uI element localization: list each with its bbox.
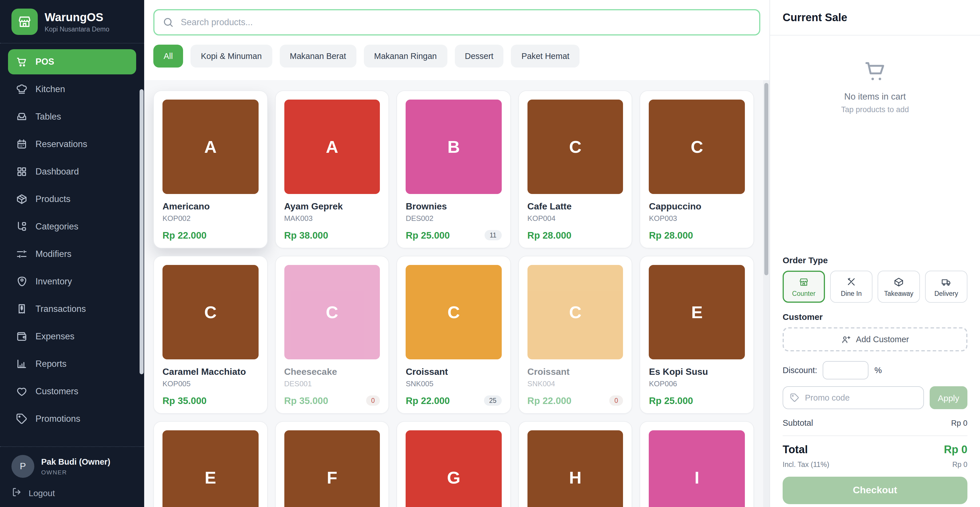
order-type-dine-in[interactable]: Dine In (830, 271, 872, 303)
sidebar-nav: POS Kitchen Tables Reservations Dashboar… (0, 43, 144, 446)
product-card[interactable]: B Brownies DES002 Rp 25.00011 (396, 91, 511, 248)
search-icon (162, 17, 174, 28)
sidebar-item-expenses[interactable]: Expenses (8, 324, 136, 349)
sidebar-item-reservations[interactable]: Reservations (8, 132, 136, 157)
package-icon (894, 277, 904, 287)
product-tile: E (649, 265, 745, 359)
stock-badge: 0 (609, 395, 623, 406)
product-card[interactable]: C Cafe Latte KOP004 Rp 28.000 (518, 91, 632, 248)
product-card[interactable]: C Caramel Macchiato KOP005 Rp 35.000 (153, 256, 267, 414)
category-chip-dessert[interactable]: Dessert (455, 45, 504, 67)
product-card[interactable]: C Cappuccino KOP003 Rp 28.000 (640, 91, 754, 248)
promo-code-input[interactable] (804, 392, 916, 403)
sidebar-scrollbar[interactable] (140, 89, 143, 374)
sidebar-item-promotions[interactable]: Promotions (8, 406, 136, 432)
utensils-icon (846, 277, 856, 287)
search-input[interactable] (180, 17, 751, 28)
product-card[interactable]: E (153, 421, 267, 507)
product-card-out-of-stock[interactable]: C Cheesecake DES001 Rp 35.0000 (275, 256, 389, 414)
sidebar-item-products[interactable]: Products (8, 187, 136, 212)
product-card-out-of-stock[interactable]: C Croissant SNK004 Rp 22.0000 (518, 256, 632, 414)
order-type-label: Order Type (783, 255, 967, 265)
empty-cart: No items in cart Tap products to add (770, 35, 980, 114)
product-card[interactable]: I (640, 421, 754, 507)
category-chip-paket-hemat[interactable]: Paket Hemat (511, 45, 580, 67)
user-role: OWNER (41, 469, 110, 475)
user-plus-icon (841, 335, 851, 344)
sidebar-item-categories[interactable]: Categories (8, 214, 136, 239)
topbar: All Kopi & Minuman Makanan Berat Makanan… (144, 0, 770, 80)
panel-title: Current Sale (770, 0, 980, 35)
category-chip-kopi-minuman[interactable]: Kopi & Minuman (191, 45, 272, 67)
tree-icon (16, 221, 27, 232)
grid-icon (16, 166, 27, 177)
product-grid-scrollbar-thumb[interactable] (764, 83, 768, 275)
store-icon (799, 277, 809, 287)
category-chip-makanan-ringan[interactable]: Makanan Ringan (364, 45, 447, 67)
logout-button[interactable]: Logout (11, 487, 133, 499)
product-card[interactable]: F (275, 421, 389, 507)
sidebar-item-dashboard[interactable]: Dashboard (8, 159, 136, 184)
app-title: WarungOS (45, 11, 109, 24)
tag-icon (16, 413, 27, 425)
user-profile[interactable]: P Pak Budi (Owner) OWNER (11, 454, 133, 479)
product-card[interactable]: A Americano KOP002 Rp 22.000 (153, 91, 267, 248)
store-logo-icon (11, 9, 38, 35)
product-tile: H (527, 430, 623, 507)
cart-icon (16, 56, 27, 67)
sidebar-item-modifiers[interactable]: Modifiers (8, 241, 136, 267)
discount-row: Discount: % (783, 361, 967, 379)
product-card[interactable]: A Ayam Geprek MAK003 Rp 38.000 (275, 91, 389, 248)
total-row: Total Rp 0 (783, 443, 967, 456)
promo-row: Apply (783, 386, 967, 409)
sale-controls: Order Type Counter Dine In Takeaway Deli… (783, 255, 967, 504)
sliders-icon (16, 248, 27, 260)
apply-promo-button[interactable]: Apply (930, 386, 967, 409)
sidebar-item-tables[interactable]: Tables (8, 104, 136, 129)
sidebar-item-customers[interactable]: Customers (8, 379, 136, 404)
product-tile: C (527, 100, 623, 194)
product-tile: C (527, 265, 623, 359)
checkout-button[interactable]: Checkout (783, 477, 967, 504)
product-card[interactable]: E Es Kopi Susu KOP006 Rp 25.000 (640, 256, 754, 414)
tax-label: Incl. Tax (11%) (783, 461, 829, 469)
empty-cart-text: No items in cart (770, 92, 980, 102)
order-type-counter[interactable]: Counter (783, 271, 825, 303)
product-tile: E (162, 430, 258, 507)
category-chip-all[interactable]: All (153, 45, 183, 67)
sidebar-item-pos[interactable]: POS (8, 49, 136, 74)
sidebar-item-reports[interactable]: Reports (8, 351, 136, 376)
tax-value: Rp 0 (952, 461, 967, 469)
product-tile: I (649, 430, 745, 507)
empty-cart-hint: Tap products to add (770, 105, 980, 114)
order-type-takeaway[interactable]: Takeaway (878, 271, 920, 303)
chef-hat-icon (16, 83, 27, 95)
sofa-icon (16, 111, 27, 123)
product-card[interactable]: H (518, 421, 632, 507)
sidebar-item-transactions[interactable]: Transactions (8, 297, 136, 322)
sidebar-item-kitchen[interactable]: Kitchen (8, 77, 136, 102)
product-grid-scrollbar-track[interactable] (763, 80, 770, 507)
product-tile: C (284, 265, 380, 359)
tax-row: Incl. Tax (11%) Rp 0 (783, 461, 967, 469)
stock-badge: 25 (484, 395, 502, 406)
add-customer-button[interactable]: Add Customer (783, 327, 967, 351)
package-icon (16, 193, 27, 205)
cart-icon (862, 58, 888, 83)
total-label: Total (783, 443, 808, 456)
product-grid: A Americano KOP002 Rp 22.000 A Ayam Gepr… (144, 80, 763, 507)
sidebar-item-inventory[interactable]: Inventory (8, 269, 136, 294)
total-value: Rp 0 (944, 443, 967, 456)
order-type-delivery[interactable]: Delivery (925, 271, 967, 303)
calendar-icon (16, 139, 27, 150)
sidebar-footer: P Pak Budi (Owner) OWNER Logout (0, 447, 144, 507)
sidebar: WarungOS Kopi Nusantara Demo POS Kitchen… (0, 0, 144, 507)
subtotal-value: Rp 0 (951, 419, 967, 427)
category-filter-row: All Kopi & Minuman Makanan Berat Makanan… (153, 45, 760, 67)
discount-input[interactable] (823, 361, 869, 379)
category-chip-makanan-berat[interactable]: Makanan Berat (280, 45, 356, 67)
product-card[interactable]: G (396, 421, 511, 507)
product-tile: C (162, 265, 258, 359)
product-card[interactable]: C Croissant SNK005 Rp 22.00025 (396, 256, 511, 414)
app-subtitle: Kopi Nusantara Demo (45, 26, 109, 33)
